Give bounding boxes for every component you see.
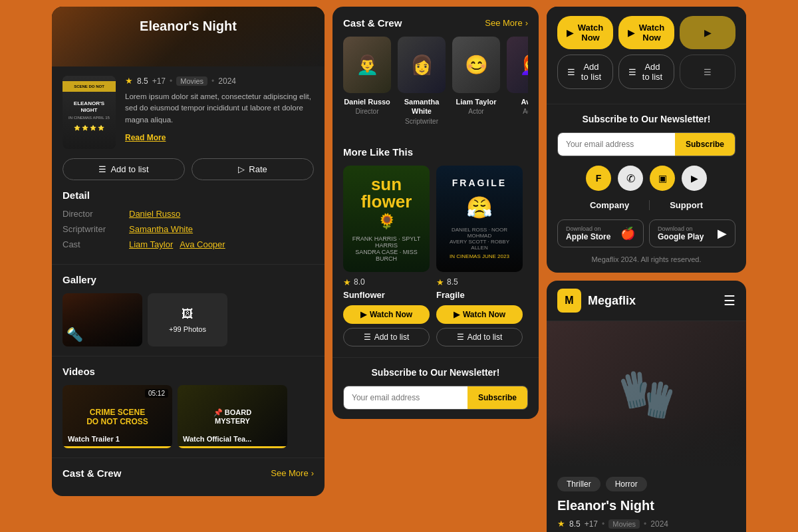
tag-horror[interactable]: Horror <box>606 477 647 491</box>
apple-store-label: Apple Store <box>566 232 610 241</box>
eleanors-night-card: Eleanor's Night SCENE DO NOT ELEANOR'S N… <box>52 7 325 496</box>
more-photos-label: +99 Photos <box>169 325 206 333</box>
hamburger-menu[interactable]: ☰ <box>724 293 735 309</box>
plus-badge: +17 <box>152 76 166 86</box>
card4-dot-1: • <box>602 519 604 529</box>
add-list-buttons-row: ☰ Add to list ☰ Add to list ☰ <box>557 55 735 89</box>
google-play-text: Download on Google Play <box>658 225 704 241</box>
google-play-btn[interactable]: Download on Google Play ▶ <box>649 219 735 247</box>
rate-button[interactable]: ▷ Rate <box>192 158 314 180</box>
header-bg <box>52 7 325 66</box>
add-to-list-btn-2[interactable]: ☰ Add to list <box>618 55 674 89</box>
card4-year: 2024 <box>650 519 668 529</box>
meta-dot-1: • <box>170 76 172 86</box>
director-link[interactable]: Daniel Russo <box>129 209 180 219</box>
poster-rating: ⭐ ⭐ ⭐ ⭐ <box>74 125 105 131</box>
genre-badge: Movies <box>176 76 207 86</box>
cast-crew-header: Cast & Crew See More › <box>63 467 314 479</box>
list-icon-sunflower: ☰ <box>364 332 371 342</box>
email-row-3: Subscribe <box>557 132 735 156</box>
movie-card-fragile: FRAGILE 😤 DANIEL ROSS · NOOR MOHMADAVERY… <box>436 166 523 346</box>
email-input-3[interactable] <box>558 133 675 156</box>
fragile-rating-row: ★ 8.5 <box>436 277 523 287</box>
sunflower-watch-btn[interactable]: ▶ Watch Now <box>343 305 430 324</box>
video-label-1: Watch Trailer 1 <box>68 435 120 443</box>
more-like-section: More Like This sunflower 🌻 FRANK HARRIS … <box>332 146 539 357</box>
fragile-poster: FRAGILE 😤 DANIEL ROSS · NOOR MOHMADAVERY… <box>436 166 523 272</box>
support-link[interactable]: Support <box>670 200 703 210</box>
watch-now-label-sunflower: Watch Now <box>370 310 412 319</box>
gallery-thumb-1[interactable]: 🔦 <box>63 293 142 346</box>
cast-member-1: 👨‍🦱 Daniel Russo Director <box>343 37 391 125</box>
sunflower-poster: sunflower 🌻 FRANK HARRIS · SPYLT HARRISS… <box>343 166 430 272</box>
cast-link-2[interactable]: Ava Cooper <box>180 239 225 249</box>
watch-now-btn-2[interactable]: ▶ Watch Now <box>618 16 674 49</box>
apple-icon: 🍎 <box>620 226 635 241</box>
list-icon-1: ☰ <box>567 67 575 77</box>
cast-avatar-4: 👩‍🦰 <box>507 37 528 93</box>
cast-crew-section-title: Cast & Crew <box>343 17 402 29</box>
fragile-star: ★ <box>436 277 444 287</box>
see-more-cast-btn[interactable]: See More › <box>485 18 528 28</box>
company-link[interactable]: Company <box>590 200 629 210</box>
cast-photo-1: 👨‍🦱 <box>356 54 379 76</box>
add-to-list-btn-1[interactable]: ☰ Add to list <box>557 55 613 89</box>
instagram-icon[interactable]: ▣ <box>650 166 675 191</box>
cast-link-1[interactable]: Liam Taylor <box>129 239 173 249</box>
movie-grid: sunflower 🌻 FRANK HARRIS · SPYLT HARRISS… <box>343 166 528 346</box>
hero-placeholder: 🧤 <box>547 321 746 467</box>
movie-card-sunflower: sunflower 🌻 FRANK HARRIS · SPYLT HARRISS… <box>343 166 430 346</box>
add-list-label-1: Add to list <box>579 62 603 82</box>
see-more-cast[interactable]: See More › <box>271 468 314 478</box>
video-thumb-2[interactable]: 📌 BOARDMYSTERY Watch Official Tea... <box>178 385 287 448</box>
subscribe-button[interactable]: Subscribe <box>467 386 527 409</box>
poster-inner: SCENE DO NOT ELEANOR'S NIGHT IN CINEMAS … <box>63 76 116 149</box>
play-icon-fragile: ▶ <box>454 310 460 319</box>
chevron-icon: › <box>525 18 528 28</box>
more-like-title: More Like This <box>343 146 528 158</box>
social-icons-row: F ✆ ▣ ▶ <box>557 166 735 191</box>
tag-thriller[interactable]: Thriller <box>557 477 600 491</box>
fragile-title-overlay: FRAGILE <box>443 178 516 188</box>
cast-name-3: Liam Taylor <box>456 97 497 106</box>
fragile-watch-btn[interactable]: ▶ Watch Now <box>436 305 523 324</box>
cast-row: Cast Liam Taylor Ava Cooper <box>63 239 314 249</box>
gallery-thumb-more[interactable]: 🖼 +99 Photos <box>148 293 227 346</box>
cast-grid: 👨‍🦱 Daniel Russo Director 👩 Samantha Whi… <box>343 37 528 125</box>
app-buttons: Download on Apple Store 🍎 Download on Go… <box>557 219 735 247</box>
watch-now-btn-1[interactable]: ▶ Watch Now <box>557 16 613 49</box>
chevron-right-icon: › <box>311 468 314 478</box>
scriptwriter-link[interactable]: Samantha White <box>129 224 193 234</box>
cast-label: Cast <box>63 239 129 249</box>
poster-tape: SCENE DO NOT <box>63 81 116 92</box>
youtube-icon[interactable]: ▶ <box>682 166 707 191</box>
fragile-list-btn[interactable]: ☰ Add to list <box>436 328 523 346</box>
apple-store-btn[interactable]: Download on Apple Store 🍎 <box>557 219 644 247</box>
watch-now-btn-3-partial[interactable]: ▶ <box>680 16 735 49</box>
subscribe-btn-3[interactable]: Subscribe <box>675 133 735 156</box>
cast-photo-2: 👩 <box>410 54 434 76</box>
cast-member-3: 😊 Liam Taylor Actor <box>452 37 500 125</box>
google-download-label: Download on <box>658 225 704 232</box>
add-to-list-button[interactable]: ☰ Add to list <box>63 158 185 180</box>
hero-image: 🧤 <box>547 321 746 467</box>
facebook-icon[interactable]: F <box>586 166 611 191</box>
card4-content: Thriller Horror Eleanor's Night ★ 8.5 +1… <box>547 467 746 532</box>
cast-avatar-1: 👨‍🦱 <box>343 37 391 93</box>
email-input[interactable] <box>344 386 467 409</box>
phone-icon[interactable]: ✆ <box>618 166 643 191</box>
year-label: 2024 <box>218 76 236 86</box>
list-icon-fragile: ☰ <box>457 332 464 342</box>
star-icon: ★ <box>125 76 133 86</box>
director-row: Director Daniel Russo <box>63 209 314 219</box>
sunflower-list-btn[interactable]: ☰ Add to list <box>343 328 430 346</box>
read-more-link[interactable]: Read More <box>125 133 166 142</box>
add-to-list-btn-3-partial[interactable]: ☰ <box>680 55 735 89</box>
video-thumb-1[interactable]: CRIME SCENEDO NOT CROSS 05:12 Watch Trai… <box>63 385 172 448</box>
rate-label: Rate <box>249 164 267 174</box>
newsletter-title-3: Subscribe to Our Newsletter! <box>557 114 735 124</box>
list-icon-2: ☰ <box>628 67 636 77</box>
apple-download-label: Download on <box>566 225 610 232</box>
cast-crew-title: Cast & Crew <box>63 467 121 479</box>
watch-now-label-1: Watch Now <box>577 23 604 43</box>
